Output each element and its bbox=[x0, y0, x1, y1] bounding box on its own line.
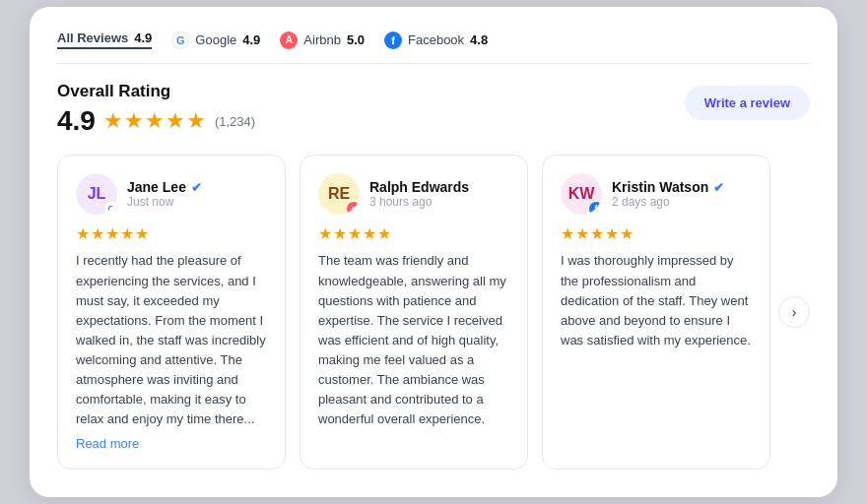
card-stars-1: ★★★★★ bbox=[318, 224, 509, 243]
tab-airbnb-score: 5.0 bbox=[347, 32, 365, 47]
tab-facebook-score: 4.8 bbox=[470, 32, 488, 47]
tab-facebook-label: Facebook bbox=[408, 32, 464, 47]
review-card-1: RE A Ralph Edwards 3 hours ago ★★★★★ The… bbox=[300, 155, 528, 469]
card-user-info-2: Kristin Watson ✔ 2 days ago bbox=[612, 179, 724, 209]
rating-row: 4.9 ★★★★★ (1,234) bbox=[57, 105, 255, 137]
card-name-0: Jane Lee ✔ bbox=[127, 179, 202, 195]
verified-icon-0: ✔ bbox=[191, 180, 202, 195]
tab-google-label: Google bbox=[195, 32, 236, 47]
card-text-2: I was thoroughly impressed by the profes… bbox=[561, 251, 752, 350]
review-card-2: KW f Kristin Watson ✔ 2 days ago ★★★★★ I… bbox=[542, 155, 770, 469]
overall-title: Overall Rating bbox=[57, 82, 255, 101]
avatar-0: JL G bbox=[76, 173, 117, 215]
review-cards: JL G Jane Lee ✔ Just now ★★★★★ I recentl… bbox=[57, 155, 770, 469]
card-name-2: Kristin Watson ✔ bbox=[612, 179, 724, 195]
card-user-info-0: Jane Lee ✔ Just now bbox=[127, 179, 202, 209]
avatar-1: RE A bbox=[318, 173, 360, 215]
reviews-widget: All Reviews 4.9 G Google 4.9 A Airbnb 5.… bbox=[30, 7, 837, 496]
overall-rating-section: Overall Rating 4.9 ★★★★★ (1,234) Write a… bbox=[57, 82, 810, 137]
cards-wrapper: JL G Jane Lee ✔ Just now ★★★★★ I recentl… bbox=[57, 155, 810, 469]
facebook-icon: f bbox=[384, 32, 402, 49]
tab-airbnb[interactable]: A Airbnb 5.0 bbox=[280, 32, 365, 49]
card-header-2: KW f Kristin Watson ✔ 2 days ago bbox=[561, 173, 752, 215]
review-count: (1,234) bbox=[215, 114, 255, 129]
card-header-1: RE A Ralph Edwards 3 hours ago bbox=[318, 173, 509, 215]
tab-facebook[interactable]: f Facebook 4.8 bbox=[384, 32, 488, 49]
tabs-bar: All Reviews 4.9 G Google 4.9 A Airbnb 5.… bbox=[57, 31, 810, 64]
overall-stars: ★★★★★ bbox=[103, 108, 207, 134]
card-time-0: Just now bbox=[127, 195, 202, 209]
read-more-link-0[interactable]: Read more bbox=[76, 436, 267, 451]
google-badge-0: G bbox=[103, 201, 117, 215]
google-icon: G bbox=[171, 32, 189, 49]
reviewer-name-0: Jane Lee bbox=[127, 179, 186, 195]
card-user-info-1: Ralph Edwards 3 hours ago bbox=[369, 179, 469, 209]
tab-all-label: All Reviews bbox=[57, 31, 128, 45]
card-stars-0: ★★★★★ bbox=[76, 224, 267, 243]
reviewer-name-2: Kristin Watson bbox=[612, 179, 708, 195]
tab-google[interactable]: G Google 4.9 bbox=[171, 32, 260, 49]
tab-all-reviews[interactable]: All Reviews 4.9 bbox=[57, 31, 152, 49]
verified-icon-2: ✔ bbox=[713, 180, 724, 195]
reviewer-name-1: Ralph Edwards bbox=[369, 179, 469, 195]
card-time-1: 3 hours ago bbox=[369, 195, 469, 209]
card-header-0: JL G Jane Lee ✔ Just now bbox=[76, 173, 267, 215]
card-name-1: Ralph Edwards bbox=[369, 179, 469, 195]
card-stars-2: ★★★★★ bbox=[561, 224, 752, 243]
card-text-0: I recently had the pleasure of experienc… bbox=[76, 251, 267, 429]
review-card-0: JL G Jane Lee ✔ Just now ★★★★★ I recentl… bbox=[57, 155, 286, 469]
avatar-2: KW f bbox=[561, 173, 602, 215]
fb-badge-2: f bbox=[588, 201, 602, 215]
airbnb-badge-1: A bbox=[346, 201, 360, 215]
card-text-1: The team was friendly and knowledgeable,… bbox=[318, 251, 509, 429]
overall-score: 4.9 bbox=[57, 105, 96, 137]
tab-google-score: 4.9 bbox=[242, 32, 260, 47]
tab-all-score: 4.9 bbox=[134, 31, 152, 45]
tab-airbnb-label: Airbnb bbox=[303, 32, 341, 47]
next-button[interactable]: › bbox=[778, 296, 810, 328]
card-time-2: 2 days ago bbox=[612, 195, 724, 209]
write-review-button[interactable]: Write a review bbox=[685, 86, 810, 120]
overall-info: Overall Rating 4.9 ★★★★★ (1,234) bbox=[57, 82, 255, 137]
airbnb-icon: A bbox=[280, 32, 298, 49]
